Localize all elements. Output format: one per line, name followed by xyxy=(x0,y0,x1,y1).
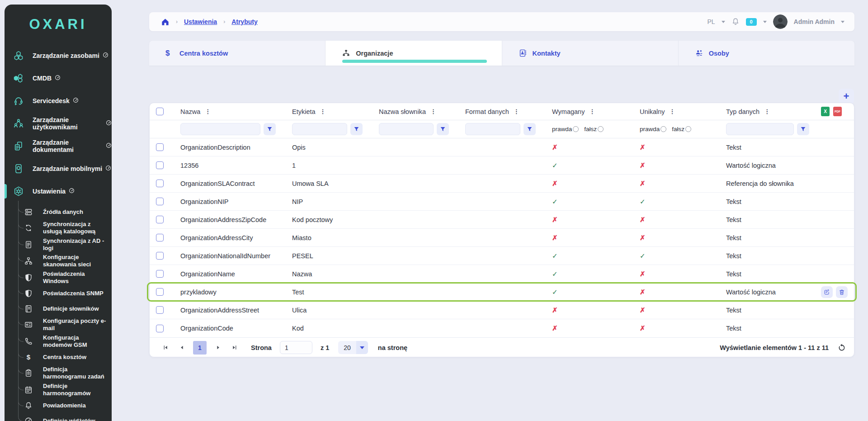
export-pdf-icon[interactable]: PDF xyxy=(833,107,842,116)
cell-typ-danych: Tekst xyxy=(715,234,815,241)
sidebar-item-zarz-dzanie-zasobami[interactable]: Zarządzanie zasobami xyxy=(5,44,112,67)
sidebar-subitem-konfiguracja-poczty-e-mail[interactable]: Konfiguracja poczty e-mail xyxy=(5,317,112,333)
filter-input-typ-danych[interactable] xyxy=(726,123,794,135)
sidebar-subitem-synchronizacja-z-us-ug-katalogow-[interactable]: Synchronizacja z usługą katalogową xyxy=(5,220,112,237)
chevron-down-icon[interactable] xyxy=(841,21,844,23)
tab-centra-koszt-w[interactable]: $ Centra kosztów xyxy=(149,41,326,66)
filter-input-nazwa-s-ownika[interactable] xyxy=(379,123,434,135)
filter-input-etykieta[interactable] xyxy=(292,123,347,135)
sidebar-subitem-po-wiadczenia-windows[interactable]: Poświadczenia Windows xyxy=(5,270,112,286)
radio-false[interactable] xyxy=(685,126,691,132)
row-checkbox[interactable] xyxy=(156,234,164,241)
radio-true[interactable] xyxy=(660,126,666,132)
column-menu-icon[interactable]: ⋮ xyxy=(205,108,211,115)
home-icon[interactable] xyxy=(161,18,170,26)
column-menu-icon[interactable]: ⋮ xyxy=(670,108,675,115)
sidebar-item-servicedesk[interactable]: Servicedesk xyxy=(5,90,112,112)
sidebar-subitem-definicja-harmonogramu-zada-[interactable]: Definicja harmonogramu zadań xyxy=(5,365,112,382)
avatar[interactable] xyxy=(773,14,788,29)
column-menu-icon[interactable]: ⋮ xyxy=(320,108,326,115)
sidebar-item-cmdb[interactable]: CMDB xyxy=(5,67,112,90)
filter-button-nazwa-s-ownika[interactable] xyxy=(437,123,449,135)
filter-button-typ-danych[interactable] xyxy=(797,123,809,135)
sidebar-subitem--r-d-a-danych[interactable]: Źródła danych xyxy=(5,204,112,220)
table-row-organizationaddresszipcode[interactable]: OrganizationAddressZipCode Kod pocztowy … xyxy=(150,211,854,229)
sidebar-item-zarz-dzanie-dokumentami[interactable]: Zarządzanie dokumentami xyxy=(5,135,112,157)
column-menu-icon[interactable]: ⋮ xyxy=(764,108,770,115)
filter-button-etykieta[interactable] xyxy=(350,123,363,135)
table-body: OrganizationDescription Opis ✗ ✗ Tekst 1… xyxy=(150,138,854,337)
notification-bell-icon[interactable] xyxy=(731,18,740,26)
sidebar-subitem-konfiguracja-modem-w-gsm[interactable]: Konfiguracja modemów GSM xyxy=(5,333,112,350)
sidebar-subitem-centra-koszt-w[interactable]: $ Centra kosztów xyxy=(5,350,112,365)
next-page-button[interactable] xyxy=(212,342,224,354)
sidebar-subitem-definicje-s-ownik-w[interactable]: Definicje słowników xyxy=(5,301,112,317)
sidebar-subitem-po-wiadczenia-snmp[interactable]: Poświadczenia SNMP xyxy=(5,286,112,301)
current-page-button[interactable]: 1 xyxy=(193,341,207,355)
add-attribute-button[interactable]: + xyxy=(839,89,854,104)
table-row-organizationslacontract[interactable]: OrganizationSLAContract Umowa SLA ✗ ✗ Re… xyxy=(150,175,854,193)
filter-input-format-danych[interactable] xyxy=(465,123,520,135)
previous-page-button[interactable] xyxy=(176,342,188,354)
sidebar-subitem-definicje-harmonogram-w[interactable]: Definicje harmonogramów xyxy=(5,382,112,398)
cell-typ-danych: Tekst xyxy=(715,270,815,278)
filter-button-nazwa[interactable] xyxy=(264,123,276,135)
row-checkbox[interactable] xyxy=(156,270,164,278)
first-page-button[interactable] xyxy=(160,342,171,354)
row-checkbox[interactable] xyxy=(156,143,164,151)
row-checkbox[interactable] xyxy=(156,180,164,187)
notification-badge[interactable]: 0 xyxy=(746,18,757,26)
row-checkbox[interactable] xyxy=(156,198,164,205)
language-selector[interactable]: PL xyxy=(707,18,715,25)
filter-input-nazwa[interactable] xyxy=(180,123,260,135)
sidebar-subitem-definicje-wid-et-w[interactable]: Definicje widżetów xyxy=(5,413,112,421)
export-excel-icon[interactable]: X xyxy=(821,107,830,116)
chevron-down-icon xyxy=(356,341,368,354)
sidebar-subitem-synchronizacja-z-ad-logi[interactable]: Synchronizacja z AD - logi xyxy=(5,237,112,253)
radio-false[interactable] xyxy=(598,126,604,132)
table-row-organizationname[interactable]: OrganizationName Nazwa ✓ ✗ Tekst xyxy=(150,265,854,283)
tab-kontakty[interactable]: Kontakty xyxy=(502,41,679,66)
tab-osoby[interactable]: Osoby xyxy=(679,41,854,66)
radio-true[interactable] xyxy=(573,126,579,132)
cell-nazwa: przykladowy xyxy=(170,289,281,296)
sidebar-item-ustawienia[interactable]: Ustawienia xyxy=(5,180,112,203)
row-checkbox[interactable] xyxy=(156,288,164,296)
chevron-down-icon[interactable] xyxy=(763,21,767,23)
sidebar-subitem-powiadomienia[interactable]: Powiadomienia xyxy=(5,398,112,413)
cell-wymagany-cross-icon: ✗ xyxy=(541,234,629,242)
row-checkbox[interactable] xyxy=(156,216,164,223)
page-number-input[interactable] xyxy=(280,341,312,354)
gauge-icon xyxy=(66,188,75,195)
breadcrumb-link-atrybuty[interactable]: Atrybuty xyxy=(231,18,258,25)
edit-row-button[interactable] xyxy=(821,286,833,298)
table-row-12356[interactable]: 12356 1 ✓ ✗ Wartość logiczna xyxy=(150,156,854,175)
chevron-down-icon[interactable] xyxy=(722,21,725,23)
row-checkbox[interactable] xyxy=(156,325,164,332)
table-row-przykladowy[interactable]: przykladowy Test ✓ ✗ Wartość logiczna xyxy=(150,283,854,301)
row-checkbox[interactable] xyxy=(156,161,164,169)
tab-organizacje[interactable]: Organizacje xyxy=(326,41,502,66)
row-checkbox[interactable] xyxy=(156,306,164,314)
page-size-select[interactable]: 20 xyxy=(338,341,368,354)
table-row-organizationcode[interactable]: OrganizationCode Kod ✗ ✗ Tekst xyxy=(150,319,854,337)
filter-button-format-danych[interactable] xyxy=(524,123,536,135)
last-page-button[interactable] xyxy=(228,342,240,354)
table-row-organizationdescription[interactable]: OrganizationDescription Opis ✗ ✗ Tekst xyxy=(150,138,854,156)
sidebar-subitem-konfiguracje-skanowania-sieci[interactable]: Konfiguracje skanowania sieci xyxy=(5,253,112,270)
column-menu-icon[interactable]: ⋮ xyxy=(514,108,519,115)
delete-row-button[interactable] xyxy=(836,286,848,298)
funnel-icon xyxy=(440,126,446,132)
column-menu-icon[interactable]: ⋮ xyxy=(589,108,595,115)
breadcrumb-link-ustawienia[interactable]: Ustawienia xyxy=(184,18,217,25)
table-row-organizationnip[interactable]: OrganizationNIP NIP ✓ ✓ Tekst xyxy=(150,193,854,211)
table-row-organizationaddresscity[interactable]: OrganizationAddressCity Miasto ✗ ✗ Tekst xyxy=(150,229,854,247)
table-row-organizationnationalidnumber[interactable]: OrganizationNationalIdNumber PESEL ✓ ✓ T… xyxy=(150,247,854,265)
refresh-icon[interactable] xyxy=(838,344,846,352)
sidebar-item-zarz-dzanie-u-ytkownikami[interactable]: Zarządzanie użytkownikami xyxy=(5,112,112,135)
select-all-checkbox[interactable] xyxy=(156,108,164,115)
sidebar-item-zarz-dzanie-mobilnymi[interactable]: Zarządzanie mobilnymi xyxy=(5,157,112,180)
column-menu-icon[interactable]: ⋮ xyxy=(430,108,436,115)
table-row-organizationaddressstreet[interactable]: OrganizationAddressStreet Ulica ✗ ✗ Teks… xyxy=(150,301,854,319)
row-checkbox[interactable] xyxy=(156,252,164,260)
